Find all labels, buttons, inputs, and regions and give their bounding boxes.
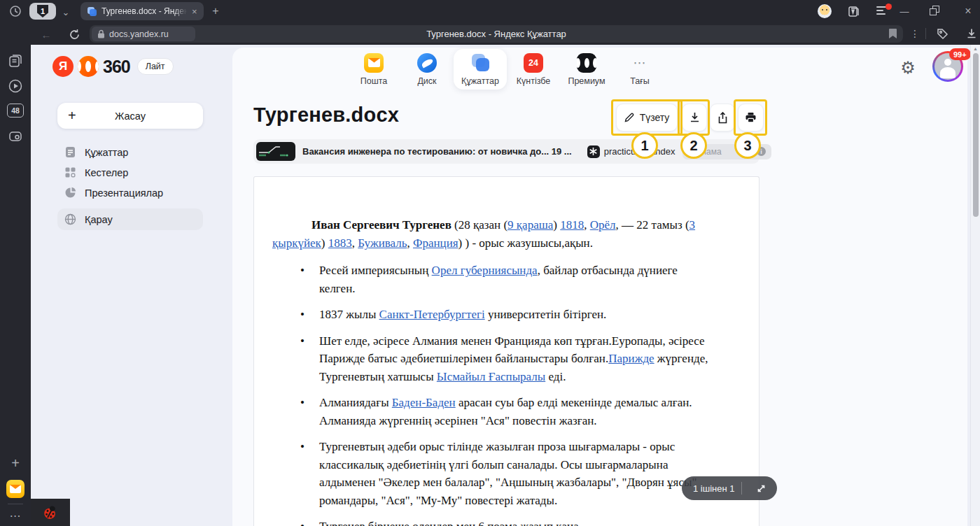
browser-window: 1 ⌄ Тургенев.docx - Яндекс × + — × ← xyxy=(0,0,980,526)
sidebar-item-documents[interactable]: Құжаттар xyxy=(57,142,203,162)
speed-badge-icon[interactable]: 48 xyxy=(7,104,24,118)
browser-menu-icon[interactable] xyxy=(876,5,890,17)
nav-label: Диск xyxy=(417,76,436,86)
document-bullet: Тургеневтың әдеби орыс тілінде жазылған … xyxy=(272,438,714,509)
create-button-label: Жасау xyxy=(115,111,146,122)
nav-label: Құжаттар xyxy=(461,76,499,86)
document-body: Иван Сергеевич Тургенев (28 қазан (9 қар… xyxy=(272,216,714,526)
globe-icon xyxy=(64,213,76,225)
browser-downloads-icon[interactable] xyxy=(965,27,979,41)
nav-item-calendar[interactable]: 24 Күнтізбе xyxy=(507,49,560,90)
omnibox[interactable]: Тургенев.docx - Яндекс Құжаттар docs.yan… xyxy=(90,25,903,43)
scrollbar-up-arrow[interactable]: ▲ xyxy=(973,46,978,51)
callout-number-3: 3 xyxy=(734,132,761,159)
history-clock-icon[interactable] xyxy=(8,4,22,18)
browser-tab[interactable]: Тургенев.docx - Яндекс × xyxy=(80,2,204,20)
premium-app-icon xyxy=(577,53,596,73)
disk-app-icon xyxy=(417,53,437,73)
document-link[interactable]: 1883 xyxy=(328,236,352,250)
highlight-box-1 xyxy=(611,99,682,136)
divider xyxy=(925,28,926,39)
document-link[interactable]: Франция xyxy=(413,236,458,250)
nav-item-disk[interactable]: Диск xyxy=(400,49,454,90)
sidebar-item-label: Қарау xyxy=(85,214,113,225)
rail-more-icon[interactable]: ⋯ xyxy=(10,509,22,523)
scrollbar-thumb[interactable] xyxy=(973,53,979,217)
page-title: Тургенев.docx xyxy=(253,104,399,127)
window-restore-icon[interactable] xyxy=(930,6,941,17)
pie-chart-icon xyxy=(64,187,76,199)
document-bullet-list: Ресей империясының Орел губерниясында, б… xyxy=(272,262,714,526)
video-play-icon[interactable] xyxy=(8,78,23,97)
back-icon[interactable]: ← xyxy=(39,28,53,41)
rail-mail-icon[interactable] xyxy=(6,480,24,498)
nav-label: Күнтізбе xyxy=(517,76,551,86)
docs-app-icon xyxy=(470,53,490,73)
bookmark-flag-icon[interactable] xyxy=(888,28,897,42)
tab-count-badge: 1 xyxy=(37,5,48,17)
document-link[interactable]: Санкт-Петербургтегі xyxy=(379,308,485,321)
share-button[interactable] xyxy=(710,104,735,132)
tab-counter-button[interactable]: 1 xyxy=(29,3,56,20)
screenshot-icon[interactable] xyxy=(8,129,23,147)
browser-address-bar: ← Тургенев.docx - Яндекс Құжаттар docs.y… xyxy=(31,22,980,45)
panels-icon[interactable] xyxy=(847,5,860,17)
create-button[interactable]: + Жасау xyxy=(57,103,203,129)
profile-avatar[interactable]: 99+ xyxy=(932,51,963,82)
ladybug-icon xyxy=(42,504,58,520)
yandex-docs-page: Я 360 Лайт Пошта Диск Құжаттар 24 xyxy=(31,45,980,526)
yandex-360-logo[interactable]: Я 360 Лайт xyxy=(52,56,174,77)
fullscreen-expand-icon[interactable] xyxy=(749,478,773,498)
lock-icon xyxy=(97,29,105,38)
feed-icon[interactable] xyxy=(8,53,23,71)
document-intro-paragraph: Иван Сергеевич Тургенев (28 қазан (9 қар… xyxy=(272,216,714,253)
sidebar-item-view[interactable]: Қарау xyxy=(57,208,203,230)
new-tab-icon[interactable]: + xyxy=(209,4,223,18)
document-link[interactable]: Баден-Баден xyxy=(392,396,456,409)
ad-headline: Вакансия инженера по тестированию: от но… xyxy=(302,146,572,157)
document-link[interactable]: 9 қараша xyxy=(507,218,553,232)
settings-gear-icon[interactable]: ⚙ xyxy=(899,59,917,77)
document-link[interactable]: Орел губерниясында xyxy=(432,264,538,277)
sidebar-item-presentations[interactable]: Презентациялар xyxy=(57,183,203,203)
sidebar-item-tables[interactable]: Кестелер xyxy=(57,162,203,183)
document-link[interactable]: Орёл xyxy=(590,218,616,232)
tab-title: Тургенев.docx - Яндекс xyxy=(102,6,187,16)
page-scrollbar[interactable]: ▲ xyxy=(970,45,980,526)
document-bullet: Ресей империясының Орел губерниясында, б… xyxy=(272,262,714,297)
window-close-icon[interactable]: × xyxy=(961,4,975,18)
document-link[interactable]: Ысмайыл Ғаспыралы xyxy=(437,370,545,383)
practicum-logo-icon xyxy=(587,145,600,158)
page-window-title: Тургенев.docx - Яндекс Құжаттар xyxy=(90,25,903,43)
tab-list-chevron-icon[interactable]: ⌄ xyxy=(59,6,73,18)
nav-item-mail[interactable]: Пошта xyxy=(347,49,400,90)
nav-item-more[interactable]: ⋯ Тағы xyxy=(613,49,666,90)
notification-badge: 99+ xyxy=(949,48,971,60)
divider xyxy=(8,504,23,504)
more-apps-icon: ⋯ xyxy=(630,53,650,73)
url-chip[interactable]: docs.yandex.ru xyxy=(92,27,195,41)
window-minimize-icon[interactable]: — xyxy=(897,4,911,18)
tab-close-icon[interactable]: × xyxy=(192,7,197,16)
nav-item-documents[interactable]: Құжаттар xyxy=(454,49,507,90)
rail-add-icon[interactable]: + xyxy=(11,456,20,470)
document-icon xyxy=(64,146,76,158)
share-icon xyxy=(718,112,728,124)
document-bullet: 1837 жылы Санкт-Петербургтегі университе… xyxy=(272,306,714,324)
collections-icon[interactable] xyxy=(935,27,949,41)
document-bullet: Алманиядағы Баден-Баден арасан суы бар е… xyxy=(272,394,714,429)
document-link[interactable]: Буживаль xyxy=(358,236,407,250)
nav-item-premium[interactable]: Премиум xyxy=(560,49,613,90)
callout-number-2: 2 xyxy=(680,132,707,159)
table-grid-icon xyxy=(64,166,76,178)
360-logo-icon xyxy=(78,56,99,77)
ladybug-sticker[interactable] xyxy=(31,499,70,526)
addr-more-icon[interactable]: ⋮ xyxy=(910,27,920,40)
reload-icon[interactable] xyxy=(67,27,81,41)
docs-favicon xyxy=(86,6,97,17)
document-link[interactable]: Парижде xyxy=(608,352,654,365)
document-link[interactable]: 1818 xyxy=(560,218,584,232)
browser-profile-avatar[interactable] xyxy=(818,4,832,18)
services-nav: Пошта Диск Құжаттар 24 Күнтізбе Премиум … xyxy=(347,49,666,90)
page-indicator: 1 ішінен 1 xyxy=(682,476,777,500)
